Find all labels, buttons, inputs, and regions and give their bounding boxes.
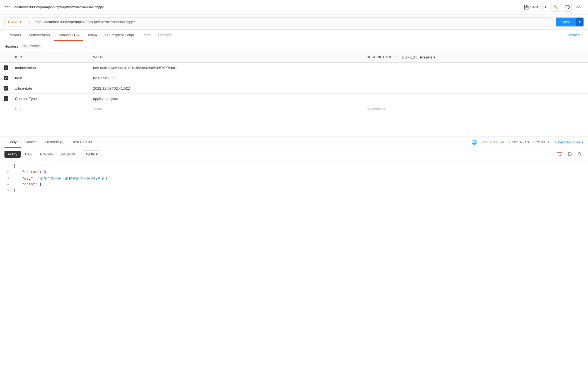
row-desc-cell [363, 83, 588, 94]
page-title: http://localhost:8085/openapi/v2/group/f… [4, 5, 104, 9]
table-header-row: KEY VALUE DESCRIPTION ··· Bulk Edit Pres… [0, 52, 588, 63]
json-value: "正在同步角色，请稍候前往角色进行查看！" [37, 177, 111, 181]
row-checkbox[interactable] [4, 86, 8, 91]
row-checkbox[interactable] [4, 65, 8, 70]
line-content: { [13, 164, 588, 170]
tab-authorization[interactable]: Authorization [25, 30, 54, 41]
json-colon: : [40, 170, 44, 174]
title-bar: http://localhost:8085/openapi/v2/group/f… [0, 0, 588, 14]
more-options-icon[interactable]: ··· [394, 55, 399, 60]
table-row: authorization bce-auth-v1/a51fde4f131c45… [0, 63, 588, 73]
save-chevron-button[interactable]: ▾ [542, 3, 549, 11]
json-value: {} [40, 182, 44, 186]
copy-icon[interactable] [566, 150, 574, 158]
format-tab-visualize[interactable]: Visualize [57, 151, 79, 158]
response-section: Body Cookies Headers (8) Test Results 🌐 … [0, 136, 588, 198]
line-content: "status": 0, [13, 170, 588, 176]
empty-value-cell[interactable]: Value [90, 104, 363, 114]
tab-tests[interactable]: Tests [138, 30, 154, 41]
json-indent [13, 170, 22, 174]
tab-settings[interactable]: Settings [154, 30, 175, 41]
row-value-text: application/json [93, 97, 118, 101]
comment-icon-button[interactable]: 💬 [563, 3, 572, 12]
format-tab-preview[interactable]: Preview [37, 151, 56, 158]
format-tab-raw[interactable]: Raw [22, 151, 36, 158]
save-response-button[interactable]: Save Response ▾ [555, 140, 584, 144]
code-line: 3 "msg": "正在同步角色，请稍候前往角色进行查看！" [0, 176, 588, 182]
row-checkbox-cell[interactable] [0, 73, 12, 83]
row-key-cell: host [12, 73, 90, 83]
format-tab-pretty[interactable]: Pretty [4, 151, 21, 158]
save-button[interactable]: 💾 Save [520, 3, 543, 11]
row-checkbox-cell[interactable] [0, 63, 12, 73]
empty-desc-cell[interactable]: Description [363, 104, 588, 114]
headers-table: KEY VALUE DESCRIPTION ··· Bulk Edit Pres… [0, 52, 588, 114]
row-checkbox[interactable] [4, 76, 8, 80]
row-value-text: localhost:8085 [93, 76, 116, 80]
send-button[interactable]: Send [556, 18, 576, 26]
desc-placeholder: Description [367, 107, 385, 111]
presets-chevron-icon: ▾ [433, 55, 435, 59]
wrap-lines-icon[interactable] [556, 150, 563, 158]
format-bar: Pretty Raw Preview Visualize JSON ▾ [0, 148, 588, 160]
tab-headers[interactable]: Headers (12) [54, 30, 83, 41]
comment-icon: 💬 [565, 5, 570, 9]
json-colon: : [33, 177, 37, 181]
method-select[interactable]: POST ▾ [4, 17, 30, 26]
response-tab-headers[interactable]: Headers (8) [42, 136, 69, 148]
empty-row: Key Value Description [0, 104, 588, 114]
code-toggle-button[interactable]: </> [574, 4, 584, 10]
empty-key-cell[interactable]: Key [12, 104, 90, 114]
title-bar-actions: 💾 Save ▾ ✏️ 💬 </> [520, 3, 584, 12]
table-row: host localhost:8085 [0, 73, 588, 83]
headers-section-title: Headers [4, 44, 18, 48]
row-desc-cell [363, 73, 588, 83]
url-bar: POST ▾ Send ▾ [0, 14, 588, 30]
json-key: "status" [22, 170, 39, 174]
tab-params[interactable]: Params [4, 30, 25, 41]
presets-button[interactable]: Presets ▾ [420, 55, 435, 59]
eye-icon: 👁 [23, 44, 26, 48]
bulk-edit-button[interactable]: Bulk Edit [402, 55, 417, 59]
line-number: 3 [0, 176, 13, 182]
desc-col-header: DESCRIPTION ··· Bulk Edit Presets ▾ [363, 52, 588, 63]
tab-pre-request-script[interactable]: Pre-request Script [101, 30, 138, 41]
hidden-count-label: 8 hidden [28, 44, 40, 48]
row-checkbox[interactable] [4, 96, 8, 101]
json-format-select[interactable]: JSON ▾ [82, 150, 101, 158]
line-content: "msg": "正在同步角色，请稍候前往角色进行查看！" [13, 176, 588, 182]
response-tab-cookies[interactable]: Cookies [21, 136, 42, 148]
checkbox-col-header [0, 52, 12, 63]
edit-icon-button[interactable]: ✏️ [551, 3, 560, 12]
row-value-text: bce-auth-v1/a51fde4f131c45c38429a59b5797… [93, 66, 178, 70]
code-line: 4 "data": {} [0, 182, 588, 188]
response-time-label: Time: 14.21 s [509, 140, 529, 144]
hidden-headers-badge: 👁 8 hidden [21, 44, 43, 49]
row-key-cell: Content-Type [12, 94, 90, 104]
row-desc-cell [363, 63, 588, 73]
row-checkbox-cell[interactable] [0, 83, 12, 94]
json-colon: : [35, 182, 40, 186]
tab-body[interactable]: Body [83, 30, 101, 41]
send-chevron-button[interactable]: ▾ [576, 18, 584, 26]
code-line: 1 { [0, 164, 588, 170]
row-checkbox-cell[interactable] [0, 94, 12, 104]
search-icon[interactable] [576, 150, 584, 158]
table-header-actions: DESCRIPTION ··· Bulk Edit Presets ▾ [367, 55, 585, 60]
row-value-cell: bce-auth-v1/a51fde4f131c45c38429a59b5797… [90, 63, 363, 73]
code-line: 2 "status": 0, [0, 170, 588, 176]
cookies-link[interactable]: Cookies [563, 30, 584, 41]
globe-icon: 🌐 [472, 140, 477, 145]
response-tab-test-results[interactable]: Test Results [68, 136, 96, 148]
json-brace: } [13, 188, 16, 192]
empty-spacer [0, 114, 588, 136]
key-col-header: KEY [12, 52, 90, 63]
svg-rect-0 [568, 153, 571, 156]
json-value: 0, [44, 170, 48, 174]
json-brace: { [13, 164, 16, 168]
response-code-body: 1 { 2 "status": 0, 3 "msg": "正在同步角色，请稍候前… [0, 160, 588, 198]
response-tab-body[interactable]: Body [4, 136, 21, 148]
save-response-label: Save Response [555, 140, 580, 144]
save-label: Save [530, 5, 539, 9]
url-input[interactable] [32, 17, 553, 26]
